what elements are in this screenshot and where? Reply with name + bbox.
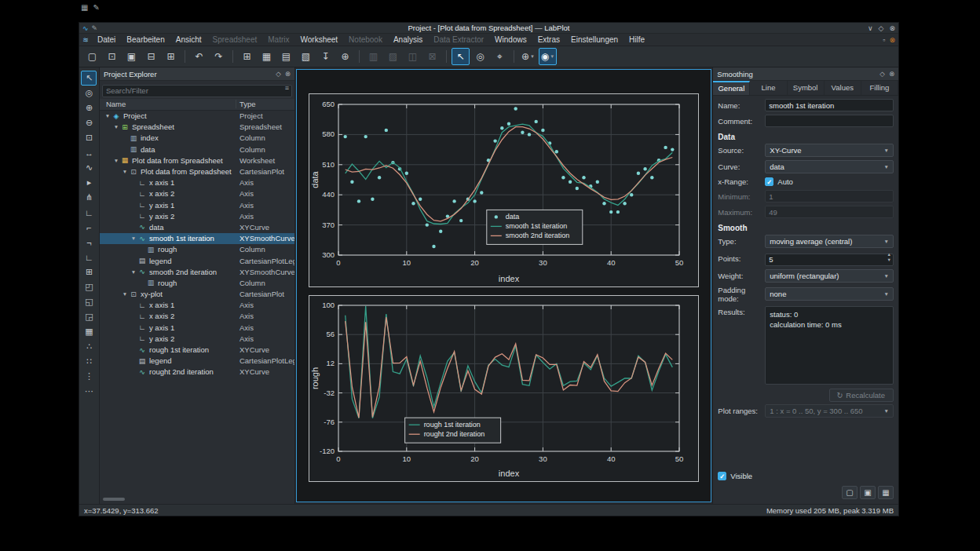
filter-icon[interactable]: ≡ [285,84,289,92]
plot2-canvas[interactable]: 01020304050-120-76-321256100indexroughro… [309,296,698,481]
menu-hilfe[interactable]: Hilfe [623,34,650,46]
tree-row[interactable]: ∟y axis 2Axis [100,210,294,221]
more-vertical-tool[interactable]: ⋮ [81,369,97,384]
project-explorer-header[interactable]: Project Explorer ◇ ⊗ [100,68,294,81]
tree-row[interactable]: ▼▦Plot data from SpreadsheetWorksheet [100,155,294,166]
cartesian-plot-data[interactable]: 01020304050300370440510580650indexdatada… [309,93,699,287]
grid-tool[interactable]: ▦ [81,324,97,339]
tree-row[interactable]: ▼⊡xy-plotCartesianPlot [100,289,294,300]
expand-arrow-icon[interactable]: ▼ [130,235,137,241]
tree-row[interactable]: ∟y axis 1Axis [100,199,294,210]
tree-row[interactable]: ∟x axis 2Axis [100,311,294,322]
text-cursor-tool[interactable]: ↔ [81,145,97,160]
axis-top-tool[interactable]: ¬ [81,235,97,250]
magnification-menu-button[interactable]: ◉▼ [539,48,557,65]
tree-row[interactable]: ▥dataColumn [100,144,294,155]
plot-four-axes-tool[interactable]: ◱ [81,294,97,309]
tab-general[interactable]: General [713,81,750,95]
axis-left-tool[interactable]: ⌐ [81,220,97,235]
redo-button[interactable]: ↷ [210,48,228,65]
plot-box-tool[interactable]: ◰ [81,279,97,294]
tree-row[interactable]: ▤legendCartesianPlotLegend [100,255,294,266]
tree-row[interactable]: ▥roughColumn [100,244,294,255]
tree-row[interactable]: ▼⊞SpreadsheetSpreadsheet [100,122,294,133]
close-view-button[interactable]: ⊠ [423,48,441,65]
subwindow-restore-icon[interactable]: ▫ [883,36,885,44]
curve-dropdown[interactable]: data ▼ [765,160,894,173]
tree-row[interactable]: ▥roughColumn [100,277,294,288]
more-horizontal-tool[interactable]: ⋯ [81,384,97,399]
new-matrix-button[interactable]: ▦ [258,48,276,65]
menu-ansicht[interactable]: Ansicht [170,34,207,46]
tree-row[interactable]: ∿rough 1st iterationXYCurve [100,344,294,355]
menu-worksheet[interactable]: Worksheet [294,34,343,46]
visible-checkbox[interactable]: ✓ [718,472,726,480]
expand-arrow-icon[interactable]: ▼ [112,158,120,163]
new-notebook-button[interactable]: ▧ [297,48,315,65]
tab-filling[interactable]: Filling [861,81,898,95]
plot1-canvas[interactable]: 01020304050300370440510580650indexdatada… [309,94,698,286]
select-tool[interactable]: ↖ [81,71,97,86]
import-button[interactable]: ↧ [316,48,335,65]
plot-frame-tool[interactable]: ◲ [81,309,97,324]
minimize-button[interactable]: ∨ [868,24,873,32]
dock-close-icon[interactable]: ⊗ [285,70,291,78]
expand-arrow-icon[interactable]: ▼ [104,113,112,119]
zoom-selection-tool[interactable]: ⊡ [81,130,97,145]
expand-arrow-icon[interactable]: ▼ [112,124,120,130]
new-spreadsheet-button[interactable]: ⊞ [238,48,256,65]
axis-right-tool[interactable]: ∟ [81,250,97,265]
dock-float-icon[interactable]: ◇ [879,70,885,78]
scatter-tool[interactable]: ∴ [81,339,97,354]
split-view-button[interactable]: ◫ [404,48,422,65]
expand-arrow-icon[interactable]: ▼ [121,169,129,174]
tree-row[interactable]: ∟x axis 2Axis [100,188,294,199]
column-header-type[interactable]: Type [236,100,294,108]
source-dropdown[interactable]: XY-Curve ▼ [765,144,894,157]
subwindow-close-icon[interactable]: ⊗ [889,36,895,44]
tree-row[interactable]: ▼∿smooth 1st iterationXYSmoothCurve [100,233,294,244]
tree-row[interactable]: ▼◈ProjectProject [100,111,294,122]
name-field[interactable] [765,99,894,111]
flag-tool[interactable]: ▸ [81,175,97,190]
fork-tool[interactable]: ⋔ [81,190,97,205]
menu-windows[interactable]: Windows [489,34,532,46]
expand-arrow-icon[interactable]: ▼ [121,291,129,297]
menu-einstellungen[interactable]: Einstellungen [565,34,623,46]
maximize-button[interactable]: ◇ [879,24,884,32]
print-button[interactable]: ⊟ [142,48,160,65]
cartesian-plot-rough[interactable]: 01020304050-120-76-321256100indexroughro… [309,295,699,482]
new-folder-button[interactable]: ⊕ [336,48,354,65]
save-button[interactable]: ▣ [122,48,141,65]
tree-row[interactable]: ▼⊡Plot data from SpreadsheetCartesianPlo… [100,166,294,177]
new-worksheet-button[interactable]: ▤ [277,48,295,65]
menu-analysis[interactable]: Analysis [388,34,428,46]
open-file-button[interactable]: ⊡ [103,48,121,65]
curve-tool[interactable]: ∿ [81,160,97,175]
plot-two-axes-tool[interactable]: ⊞ [81,265,97,279]
axis-bottom-tool[interactable]: ∟ [81,205,97,220]
save-default-button[interactable]: ▦ [878,486,894,499]
recalculate-button[interactable]: ↻ Recalculate [829,389,894,402]
tree-row[interactable]: ∿dataXYCurve [100,221,294,232]
crosshair-mode-button[interactable]: ◎ [471,48,489,65]
print-preview-button[interactable]: ⊞ [162,48,180,65]
tab-line[interactable]: Line [750,81,787,95]
tree-row[interactable]: ∟x axis 1Axis [100,177,294,188]
tree-row[interactable]: ∿rought 2nd iterationXYCurve [100,367,294,378]
titlebar[interactable]: ∿ ✎ Project - [Plot data from Spreadshee… [79,23,898,34]
undo-button[interactable]: ↶ [190,48,208,65]
comment-field[interactable] [765,115,894,127]
crosshair-tool[interactable]: ◎ [81,86,97,100]
search-input[interactable] [102,85,292,97]
zoom-out-tool[interactable]: ⊖ [81,115,97,130]
menu-extras[interactable]: Extras [532,34,565,46]
tile-windows-button[interactable]: ▥ [364,48,382,65]
smoothing-dock-header[interactable]: Smoothing ◇ ⊗ [713,68,898,81]
dots-tool[interactable]: ∷ [81,354,97,369]
zoom-in-tool[interactable]: ⊕ [81,100,97,115]
menu-bearbeiten[interactable]: Bearbeiten [121,34,170,46]
tree-row[interactable]: ∟y axis 1Axis [100,322,294,333]
tree-row[interactable]: ∟x axis 1Axis [100,300,294,311]
horizontal-scrollbar[interactable] [103,498,125,501]
